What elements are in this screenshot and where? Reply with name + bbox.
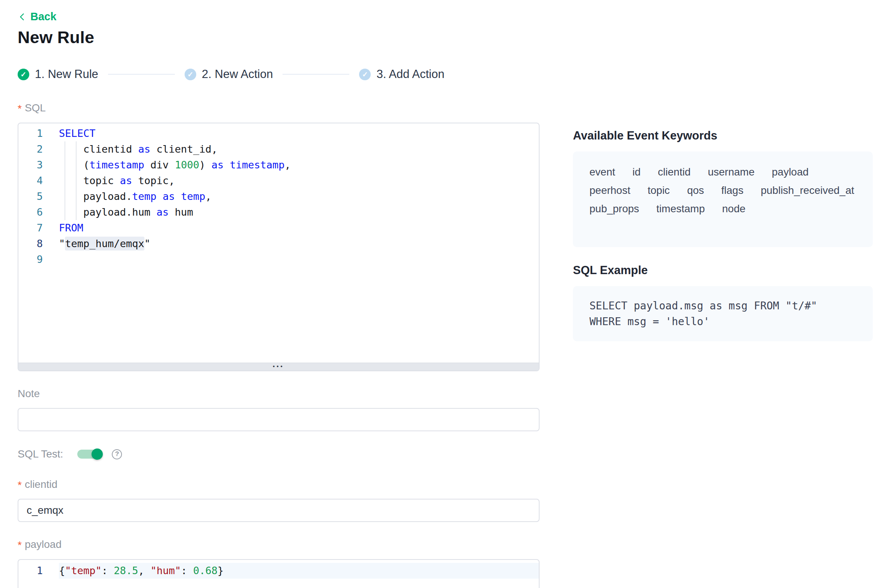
token-pl [156,190,162,202]
code-content: FROM [59,220,539,236]
resize-dots-icon: ••• [273,363,284,369]
rule-form: * SQL 1SELECT2 clientid as client_id,3 (… [18,102,540,588]
code-line: 2 clientid as client_id, [18,141,539,157]
token-pl: ) [199,159,212,171]
line-number: 3 [18,157,59,173]
keywords-panel: eventidclientidusernamepayloadpeerhostto… [573,152,873,247]
help-sidebar: Available Event Keywords eventidclientid… [573,129,873,341]
token-kw: as [138,143,150,155]
code-content: (timestamp div 1000) as timestamp, [59,157,539,173]
code-line: 7FROM [18,220,539,236]
note-input[interactable] [18,408,540,431]
clientid-label: clientid [25,478,57,490]
new-rule-page: Back New Rule ✓ 1. New Rule ✓ 2. New Act… [0,0,884,588]
event-keyword: pub_props [589,200,639,218]
code-content: "temp_hum/emqx" [59,236,539,252]
token-num: 1000 [175,159,199,171]
line-number: 4 [18,173,59,189]
token-pl [175,190,181,202]
step-connector [108,74,175,75]
event-keyword: clientid [658,163,690,181]
required-asterisk: * [18,103,22,115]
code-line: 1SELECT [18,126,539,141]
token-str: "temp" [65,565,102,576]
line-number: 2 [18,141,59,157]
event-keyword: peerhost [589,181,630,200]
step-2-check-icon: ✓ [185,69,196,80]
token-kw: timestamp [89,159,144,171]
code-content [59,252,539,267]
token-pl: : [102,565,114,576]
code-content: SELECT [59,126,539,141]
payload-code-area[interactable]: 1{"temp": 28.5, "hum": 0.68} [18,560,539,588]
code-content: payload.hum as hum [59,204,539,220]
step-new-action[interactable]: ✓ 2. New Action [185,68,273,81]
line-number: 1 [18,126,59,141]
token-kw: FROM [59,222,83,234]
step-add-action[interactable]: ✓ 3. Add Action [359,68,444,81]
sql-code-area[interactable]: 1SELECT2 clientid as client_id,3 (timest… [18,123,539,363]
code-content: payload.temp as temp, [59,189,539,204]
token-hl: temp_hum/emqx [65,237,144,250]
token-pl: " [144,238,150,249]
token-kw: as [120,175,132,186]
token-kw: timestamp [230,159,284,171]
code-content: {"temp": 28.5, "hum": 0.68} [59,563,539,579]
event-keyword: topic [648,181,670,200]
sql-test-toggle[interactable] [77,450,102,459]
sql-example-title: SQL Example [573,264,873,277]
token-pl: , [205,190,211,202]
page-title: New Rule [18,28,94,47]
token-pl: : [181,565,193,576]
sql-test-label: SQL Test: [18,448,63,460]
code-line: 8"temp_hum/emqx" [18,236,539,252]
editor-resize-handle[interactable]: ••• [18,363,539,370]
line-number: 6 [18,204,59,220]
event-keyword: qos [687,181,704,200]
token-pl: ( [59,159,89,171]
keywords-title: Available Event Keywords [573,129,873,142]
token-pl [224,159,230,171]
code-line: 1{"temp": 28.5, "hum": 0.68} [18,563,539,579]
code-content: clientid as client_id, [59,141,539,157]
line-number: 1 [18,563,59,579]
sql-example-panel: SELECT payload.msg as msg FROM "t/#" WHE… [573,286,873,341]
payload-label: payload [25,538,62,550]
line-number: 8 [18,236,59,252]
token-pl: topic, [132,175,175,186]
back-button[interactable]: Back [18,10,56,23]
sql-example-line: SELECT payload.msg as msg FROM "t/#" [589,298,856,314]
event-keyword: timestamp [656,200,705,218]
payload-code-editor[interactable]: 1{"temp": 28.5, "hum": 0.68} [18,559,540,588]
token-pl: " [59,238,65,249]
code-line: 4 topic as topic, [18,173,539,189]
token-kw: as [156,206,169,218]
stepper: ✓ 1. New Rule ✓ 2. New Action ✓ 3. Add A… [18,68,444,81]
token-pl: { [59,565,65,576]
token-pl: client_id, [150,143,218,155]
step-new-rule[interactable]: ✓ 1. New Rule [18,68,98,81]
payload-field-label: * payload [18,538,540,550]
code-line: 6 payload.hum as hum [18,204,539,220]
token-kw: as [211,159,224,171]
token-pl: , [285,159,291,171]
token-pl: payload.hum [59,206,156,218]
clientid-field-label: * clientid [18,478,540,490]
token-kw: temp [132,190,156,202]
required-asterisk: * [18,479,22,491]
line-number: 5 [18,189,59,204]
clientid-input[interactable] [18,499,540,522]
sql-code-editor[interactable]: 1SELECT2 clientid as client_id,3 (timest… [18,123,540,371]
event-keyword: event [589,163,615,181]
sql-field-label: * SQL [18,102,540,114]
note-field-label: Note [18,388,540,400]
help-icon[interactable]: ? [112,449,122,459]
event-keyword: username [708,163,755,181]
token-kw: SELECT [59,128,96,139]
line-number: 7 [18,220,59,236]
token-str: "hum" [150,565,181,576]
token-pl: topic [59,175,120,186]
token-kw: as [162,190,175,202]
step-1-label: 1. New Rule [35,68,98,81]
code-content: topic as topic, [59,173,539,189]
